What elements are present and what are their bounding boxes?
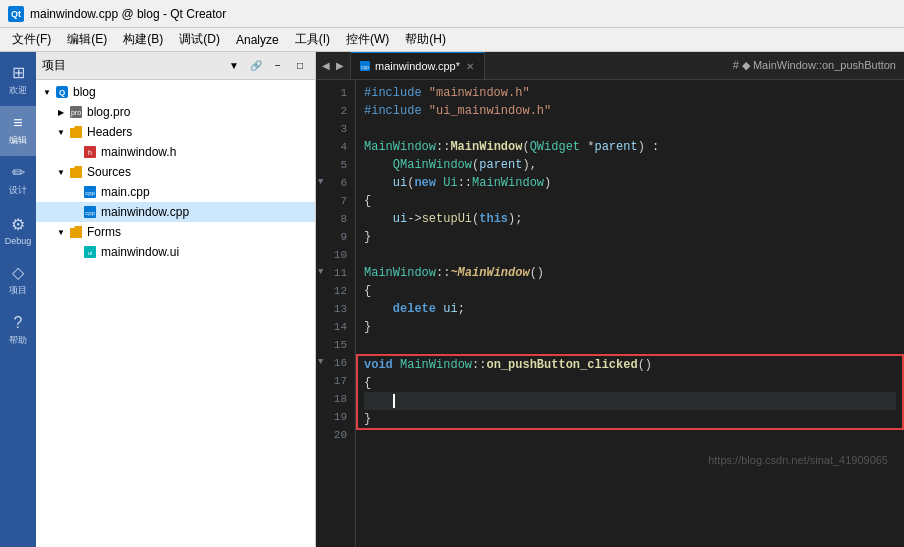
tree-label-mainwindow-ui: mainwindow.ui: [101, 245, 179, 259]
code-line-16: void MainWindow::on_pushButton_clicked(): [364, 356, 896, 374]
menu-tools[interactable]: 工具(I): [287, 29, 338, 50]
ln-9: 9: [316, 228, 347, 246]
menu-analyze[interactable]: Analyze: [228, 31, 287, 49]
ln-15: 15: [316, 336, 347, 354]
function-indicator: # ◆ MainWindow::on_pushButton: [733, 59, 896, 72]
project-icon: ◇: [12, 265, 24, 281]
svg-text:cpp: cpp: [361, 64, 369, 70]
svg-text:pro: pro: [71, 109, 81, 117]
tree-label-forms: Forms: [87, 225, 121, 239]
menu-debug[interactable]: 调试(D): [171, 29, 228, 50]
sidebar-item-help[interactable]: ? 帮助: [0, 306, 36, 356]
design-icon: ✏: [12, 165, 25, 181]
tree-item-mainwindow-h[interactable]: ▶ h mainwindow.h: [36, 142, 315, 162]
welcome-label: 欢迎: [9, 84, 27, 97]
code-line-10: [364, 246, 896, 264]
sidebar-item-debug[interactable]: ⚙ Debug: [0, 206, 36, 256]
code-line-2: #include "ui_mainwindow.h": [364, 102, 896, 120]
tab-file-icon: cpp: [359, 60, 371, 72]
code-editor[interactable]: 1 2 3 4 5 ▼6 7 8 9 10 ▼11 12 13 14 15 ▼1…: [316, 80, 904, 547]
design-label: 设计: [9, 184, 27, 197]
menu-controls[interactable]: 控件(W): [338, 29, 397, 50]
tree-icon-sources: [68, 164, 84, 180]
tree-icon-blog-pro: pro: [68, 104, 84, 120]
tree-item-mainwindow-ui[interactable]: ▶ ui mainwindow.ui: [36, 242, 315, 262]
tree-label-mainwindow-h: mainwindow.h: [101, 145, 176, 159]
tab-close-btn[interactable]: ✕: [464, 60, 476, 73]
watermark: https://blog.csdn.net/sinat_41909065: [364, 448, 896, 473]
sidebar-item-design[interactable]: ✏ 设计: [0, 156, 36, 206]
ln-10: 10: [316, 246, 347, 264]
ln-8: 8: [316, 210, 347, 228]
svg-text:cpp: cpp: [85, 210, 95, 216]
tree-label-main-cpp: main.cpp: [101, 185, 150, 199]
sidebar-item-edit[interactable]: ≡ 编辑: [0, 106, 36, 156]
tree-label-blog-pro: blog.pro: [87, 105, 130, 119]
menu-edit[interactable]: 编辑(E): [59, 29, 115, 50]
code-line-6: ui(new Ui::MainWindow): [364, 174, 896, 192]
collapse-btn[interactable]: −: [269, 57, 287, 75]
project-panel: 项目 ▼ 🔗 − □ ▼ Q blog ▶ pro: [36, 52, 316, 547]
tree-icon-main-cpp: cpp: [82, 184, 98, 200]
code-line-20: [364, 430, 896, 448]
panel-title: 项目: [42, 57, 221, 74]
welcome-icon: ⊞: [12, 65, 25, 81]
tree-item-sources[interactable]: ▼ Sources: [36, 162, 315, 182]
tree-icon-blog: Q: [54, 84, 70, 100]
tree-item-blog-pro[interactable]: ▶ pro blog.pro: [36, 102, 315, 122]
code-line-19: }: [364, 410, 896, 428]
tree-arrow-headers: ▼: [54, 125, 68, 139]
code-line-8: ui->setupUi(this);: [364, 210, 896, 228]
title-text: mainwindow.cpp @ blog - Qt Creator: [30, 7, 226, 21]
menu-file[interactable]: 文件(F): [4, 29, 59, 50]
menu-help[interactable]: 帮助(H): [397, 29, 454, 50]
tab-mainwindow-cpp[interactable]: cpp mainwindow.cpp* ✕: [351, 52, 485, 79]
ln-16: ▼16: [316, 354, 347, 372]
code-line-12: {: [364, 282, 896, 300]
line-numbers: 1 2 3 4 5 ▼6 7 8 9 10 ▼11 12 13 14 15 ▼1…: [316, 80, 356, 547]
debug-icon: ⚙: [11, 217, 25, 233]
editor-area: ◀ ▶ cpp mainwindow.cpp* ✕ # ◆ MainWindow…: [316, 52, 904, 547]
tree-label-blog: blog: [73, 85, 96, 99]
tree-item-headers[interactable]: ▼ Headers: [36, 122, 315, 142]
tree-icon-forms: [68, 224, 84, 240]
ln-13: 13: [316, 300, 347, 318]
tab-bar: ◀ ▶ cpp mainwindow.cpp* ✕ # ◆ MainWindow…: [316, 52, 904, 80]
code-line-15: [364, 336, 896, 354]
debug-label: Debug: [5, 236, 32, 246]
ln-2: 2: [316, 102, 347, 120]
tree-icon-headers: [68, 124, 84, 140]
sidebar-item-welcome[interactable]: ⊞ 欢迎: [0, 56, 36, 106]
help-label: 帮助: [9, 334, 27, 347]
code-line-7: {: [364, 192, 896, 210]
sidebar-item-project[interactable]: ◇ 项目: [0, 256, 36, 306]
ln-14: 14: [316, 318, 347, 336]
tree-arrow-blog: ▼: [40, 85, 54, 99]
tree-item-blog[interactable]: ▼ Q blog: [36, 82, 315, 102]
tree-icon-mainwindow-cpp: cpp: [82, 204, 98, 220]
ln-7: 7: [316, 192, 347, 210]
code-line-5: QMainWindow(parent),: [364, 156, 896, 174]
file-tree[interactable]: ▼ Q blog ▶ pro blog.pro ▼: [36, 80, 315, 547]
code-line-1: #include "mainwindow.h": [364, 84, 896, 102]
svg-text:Q: Q: [59, 88, 65, 97]
tree-item-main-cpp[interactable]: ▶ cpp main.cpp: [36, 182, 315, 202]
panel-toolbar: 项目 ▼ 🔗 − □: [36, 52, 315, 80]
code-content[interactable]: #include "mainwindow.h" #include "ui_mai…: [356, 80, 904, 547]
tab-right-info: # ◆ MainWindow::on_pushButton: [485, 52, 904, 79]
tab-nav-right[interactable]: ▶: [334, 58, 346, 73]
tree-item-mainwindow-cpp[interactable]: ▶ cpp mainwindow.cpp: [36, 202, 315, 222]
help-icon: ?: [14, 315, 23, 331]
text-cursor: [393, 394, 395, 408]
filter-btn[interactable]: ▼: [225, 57, 243, 75]
tree-icon-mainwindow-h: h: [82, 144, 98, 160]
ln-19: 19: [316, 408, 347, 426]
svg-text:h: h: [88, 149, 92, 156]
settings-btn[interactable]: □: [291, 57, 309, 75]
tab-nav-left[interactable]: ◀: [320, 58, 332, 73]
menu-build[interactable]: 构建(B): [115, 29, 171, 50]
link-btn[interactable]: 🔗: [247, 57, 265, 75]
tree-item-forms[interactable]: ▼ Forms: [36, 222, 315, 242]
tree-label-mainwindow-cpp: mainwindow.cpp: [101, 205, 189, 219]
tree-arrow-blog-pro: ▶: [54, 105, 68, 119]
